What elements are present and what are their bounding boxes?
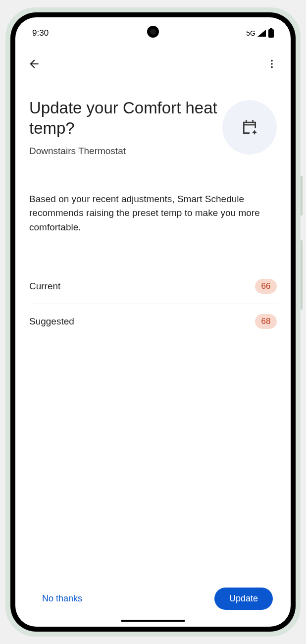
network-label: 5G [246,29,255,37]
camera-notch [147,26,159,38]
current-temp-row: Current 66 [29,269,277,304]
header-text: Update your Comfort heat temp? Downstair… [29,98,217,157]
temp-comparison: Current 66 Suggested 68 [29,269,277,339]
update-button[interactable]: Update [214,588,273,610]
svg-point-2 [271,66,273,68]
signal-icon [257,30,266,37]
suggested-temp-badge: 68 [255,314,277,329]
schedule-icon-badge [222,100,277,155]
navigation-handle[interactable] [121,620,185,622]
back-button[interactable] [25,55,43,73]
page-title: Update your Comfort heat temp? [29,98,217,139]
svg-point-0 [271,60,273,62]
screen: 9:30 5G [15,17,291,627]
suggested-label: Suggested [29,316,74,327]
current-label: Current [29,281,60,292]
no-thanks-button[interactable]: No thanks [33,589,91,609]
content: Update your Comfort heat temp? Downstair… [15,78,291,627]
status-time: 9:30 [32,28,49,38]
phone-bezel: 9:30 5G [10,12,296,632]
volume-button[interactable] [301,240,303,310]
header-section: Update your Comfort heat temp? Downstair… [29,98,277,157]
suggested-temp-row: Suggested 68 [29,304,277,339]
status-indicators: 5G [246,29,274,38]
calendar-sparkle-icon [240,117,259,137]
phone-frame: 9:30 5G [5,7,301,637]
svg-point-1 [271,63,273,65]
current-temp-badge: 66 [255,279,277,294]
more-vert-icon [266,58,277,69]
description-text: Based on your recent adjustments, Smart … [29,192,277,235]
more-menu-button[interactable] [263,55,281,73]
subtitle: Downstairs Thermostat [29,146,217,157]
app-bar [15,50,291,78]
arrow-left-icon [28,57,41,70]
battery-icon [268,29,274,38]
power-button[interactable] [301,176,303,215]
